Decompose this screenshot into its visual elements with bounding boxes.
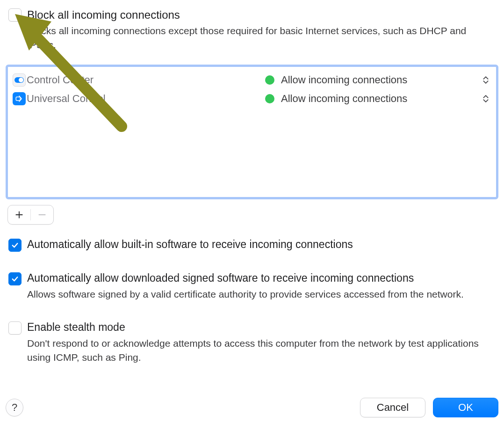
app-status-label: Allow incoming connections	[281, 74, 407, 86]
option-block-all: Block all incoming connections Blocks al…	[6, 7, 498, 54]
app-row[interactable]: Universal Control Allow incoming connect…	[11, 89, 493, 108]
plus-icon	[14, 210, 24, 219]
app-name-label: Universal Control	[27, 93, 106, 105]
option-stealth: Enable stealth mode Don't respond to or …	[6, 321, 498, 367]
option-description-stealth: Don't respond to or acknowledge attempts…	[27, 336, 495, 364]
checkmark-icon	[11, 241, 19, 249]
app-name-cell: Control Center	[13, 73, 265, 87]
checkbox-auto-builtin[interactable]	[8, 239, 22, 252]
dialog-footer: ? Cancel OK	[6, 398, 498, 417]
minus-icon	[37, 210, 47, 219]
help-button[interactable]: ?	[6, 399, 23, 416]
checkbox-auto-signed[interactable]	[8, 272, 22, 285]
status-dot-icon	[265, 94, 274, 103]
app-status-cell[interactable]: Allow incoming connections	[265, 74, 476, 86]
cancel-button-label: Cancel	[377, 401, 409, 414]
option-title-stealth: Enable stealth mode	[27, 321, 496, 335]
option-text: Automatically allow built-in software to…	[27, 238, 496, 252]
chevron-up-icon	[483, 76, 489, 80]
status-stepper[interactable]	[480, 76, 491, 84]
svg-rect-0	[16, 97, 20, 101]
checkbox-stealth[interactable]	[8, 321, 22, 335]
add-remove-control	[7, 205, 54, 225]
checkbox-block-all[interactable]	[8, 8, 22, 22]
add-button[interactable]	[8, 205, 30, 224]
option-text: Enable stealth mode Don't respond to or …	[27, 321, 496, 364]
help-icon: ?	[12, 401, 17, 414]
ok-button[interactable]: OK	[433, 398, 498, 417]
app-list[interactable]: Control Center Allow incoming connection…	[6, 65, 498, 199]
option-auto-signed: Automatically allow downloaded signed so…	[6, 271, 498, 304]
universal-control-icon	[13, 92, 26, 105]
option-description-auto-signed: Allows software signed by a valid certif…	[27, 287, 495, 301]
remove-button[interactable]	[31, 205, 53, 224]
chevron-down-icon	[483, 99, 489, 102]
option-title-block-all: Block all incoming connections	[27, 7, 496, 22]
option-title-auto-builtin: Automatically allow built-in software to…	[27, 238, 496, 252]
option-title-auto-signed: Automatically allow downloaded signed so…	[27, 271, 496, 285]
status-dot-icon	[265, 75, 274, 85]
chevron-down-icon	[483, 80, 489, 84]
option-text: Block all incoming connections Blocks al…	[27, 7, 496, 51]
control-center-icon	[13, 73, 26, 87]
app-name-label: Control Center	[27, 74, 94, 86]
checkmark-icon	[11, 275, 19, 283]
ok-button-label: OK	[458, 401, 473, 414]
cancel-button[interactable]: Cancel	[360, 398, 425, 417]
option-text: Automatically allow downloaded signed so…	[27, 271, 496, 301]
app-row[interactable]: Control Center Allow incoming connection…	[11, 71, 493, 89]
chevron-up-icon	[483, 95, 489, 98]
app-name-cell: Universal Control	[13, 92, 265, 105]
app-status-label: Allow incoming connections	[281, 93, 407, 105]
option-auto-builtin: Automatically allow built-in software to…	[6, 238, 498, 255]
app-status-cell[interactable]: Allow incoming connections	[265, 93, 476, 105]
status-stepper[interactable]	[480, 95, 491, 102]
option-description-block-all: Blocks all incoming connections except t…	[27, 24, 495, 51]
